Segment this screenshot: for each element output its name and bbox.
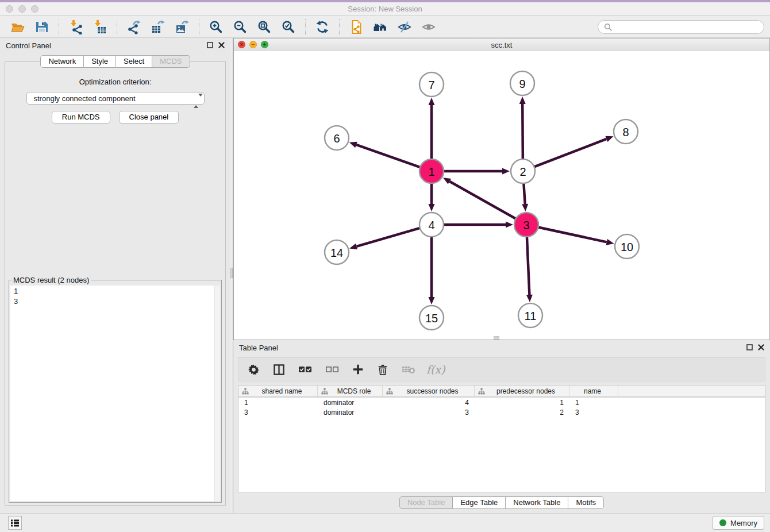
tab-edge-table[interactable]: Edge Table xyxy=(453,496,506,509)
svg-text:4: 4 xyxy=(428,219,434,232)
graph-node-8[interactable]: 8 xyxy=(614,119,638,144)
edge-arrowhead xyxy=(349,142,357,148)
result-scrollbar[interactable] xyxy=(214,286,220,501)
zoom-out-icon[interactable] xyxy=(232,18,249,36)
tab-mcds[interactable]: MCDS xyxy=(152,55,190,68)
memory-status-icon xyxy=(719,519,726,526)
export-image-icon[interactable] xyxy=(174,18,191,36)
tab-network[interactable]: Network xyxy=(40,55,84,68)
zoom-in-icon[interactable] xyxy=(207,18,225,36)
float-panel-icon[interactable] xyxy=(207,42,213,48)
graph-node-3[interactable]: 3 xyxy=(514,213,538,237)
graph-edge-2-9[interactable] xyxy=(522,104,523,159)
close-panel-button[interactable]: Close panel xyxy=(119,111,179,124)
select-all-rows-icon[interactable] xyxy=(298,364,312,375)
graph-node-2[interactable]: 2 xyxy=(511,159,535,183)
tab-select[interactable]: Select xyxy=(116,55,152,68)
toolbar-separator xyxy=(305,19,306,35)
network-graph[interactable]: 7968124314101511 xyxy=(234,51,769,340)
toolbar-separator xyxy=(339,19,340,35)
table-panel: Table Panel f(x xyxy=(233,340,770,513)
delete-column-icon[interactable] xyxy=(377,364,388,376)
graph-node-15[interactable]: 15 xyxy=(419,306,444,330)
deselect-all-rows-icon[interactable] xyxy=(325,364,339,375)
graph-edge-2-8[interactable] xyxy=(534,139,607,167)
refresh-view-icon[interactable] xyxy=(314,18,331,36)
column-header-MCDS-role[interactable]: MCDS role xyxy=(318,385,383,396)
mcds-result-list[interactable]: 13 xyxy=(10,286,220,501)
close-panel-icon[interactable] xyxy=(758,344,764,350)
table-cell: dominator xyxy=(318,408,383,417)
column-header-predecessor-nodes[interactable]: predecessor nodes xyxy=(475,385,569,396)
zoom-selected-icon[interactable] xyxy=(280,18,297,36)
network-canvas[interactable]: 7968124314101511 xyxy=(234,51,769,340)
open-session-icon[interactable] xyxy=(9,18,26,36)
import-network-icon[interactable] xyxy=(67,18,84,36)
graph-node-11[interactable]: 11 xyxy=(518,303,542,327)
graph-node-1[interactable]: 1 xyxy=(419,159,444,183)
select-stepper-icon xyxy=(194,95,199,107)
hide-selected-icon[interactable] xyxy=(396,18,413,36)
table-row[interactable]: 3dominator323 xyxy=(238,407,765,417)
graph-node-9[interactable]: 9 xyxy=(510,71,534,95)
list-icon xyxy=(10,518,20,527)
memory-button[interactable]: Memory xyxy=(713,516,764,530)
table-panel-tabs: Node TableEdge TableNetwork TableMotifs xyxy=(233,496,770,509)
close-panel-icon[interactable] xyxy=(218,42,225,48)
table-settings-gear-icon[interactable] xyxy=(248,364,260,376)
hierarchy-icon xyxy=(321,388,328,395)
first-neighbors-icon[interactable] xyxy=(372,18,389,36)
optimization-criterion-select[interactable]: strongly connected component xyxy=(26,92,205,105)
delete-table-icon[interactable] xyxy=(402,364,415,375)
column-header-shared-name[interactable]: shared name xyxy=(238,385,318,396)
node-table-body: 1dominator4113dominator323 xyxy=(238,398,765,417)
graph-node-14[interactable]: 14 xyxy=(325,240,349,264)
hierarchy-icon xyxy=(478,388,485,395)
network-window-title: scc.txt xyxy=(234,41,769,49)
save-session-icon[interactable] xyxy=(33,18,51,36)
function-builder-icon[interactable]: f(x) xyxy=(426,363,445,376)
canvas-scroll-nub[interactable] xyxy=(494,336,499,340)
svg-text:3: 3 xyxy=(523,219,529,232)
task-history-button[interactable] xyxy=(8,516,22,530)
toolbar-separator xyxy=(199,19,199,35)
graph-edge-3-11[interactable] xyxy=(527,237,529,295)
graph-node-4[interactable]: 4 xyxy=(419,213,444,237)
table-cell: dominator xyxy=(318,399,383,407)
graph-node-10[interactable]: 10 xyxy=(615,234,639,259)
new-network-from-selection-icon[interactable] xyxy=(348,18,365,36)
graph-node-7[interactable]: 7 xyxy=(419,72,444,97)
import-table-icon[interactable] xyxy=(91,18,109,36)
export-network-icon[interactable] xyxy=(125,18,143,36)
graph-edge-3-1[interactable] xyxy=(449,182,515,219)
search-input[interactable] xyxy=(616,22,759,32)
splitter-handle[interactable] xyxy=(230,268,233,278)
zoom-fit-icon[interactable] xyxy=(256,18,273,36)
mcds-result-box: MCDS result (2 nodes) 13 xyxy=(9,276,222,503)
table-cell: 2 xyxy=(475,408,569,417)
float-panel-icon[interactable] xyxy=(746,344,753,350)
tab-motifs[interactable]: Motifs xyxy=(568,496,604,509)
tab-network-table[interactable]: Network Table xyxy=(506,496,568,509)
run-mcds-button[interactable]: Run MCDS xyxy=(52,111,110,124)
column-header-successor-nodes[interactable]: successor nodes xyxy=(383,385,475,396)
mcds-result-title: MCDS result (2 nodes) xyxy=(11,276,91,284)
graph-node-6[interactable]: 6 xyxy=(325,126,349,150)
edge-arrowhead xyxy=(522,204,528,211)
graph-edge-1-6[interactable] xyxy=(356,145,420,167)
graph-edge-3-10[interactable] xyxy=(538,227,607,242)
export-table-icon[interactable] xyxy=(149,18,167,36)
graph-edge-4-14[interactable] xyxy=(357,228,420,246)
mcds-tab-content: Optimization criterion: strongly connect… xyxy=(5,61,226,506)
network-window-titlebar: × − + scc.txt xyxy=(234,38,769,52)
show-columns-icon[interactable] xyxy=(273,364,285,376)
tab-node-table[interactable]: Node Table xyxy=(399,496,453,509)
svg-text:2: 2 xyxy=(519,165,526,178)
graph-edge-2-3[interactable] xyxy=(523,183,525,204)
column-header-name[interactable]: name xyxy=(569,385,618,396)
show-all-icon[interactable] xyxy=(420,18,437,36)
search-box[interactable] xyxy=(598,20,764,34)
tab-style[interactable]: Style xyxy=(84,55,116,68)
create-column-icon[interactable] xyxy=(352,364,364,375)
table-row[interactable]: 1dominator411 xyxy=(238,398,765,407)
